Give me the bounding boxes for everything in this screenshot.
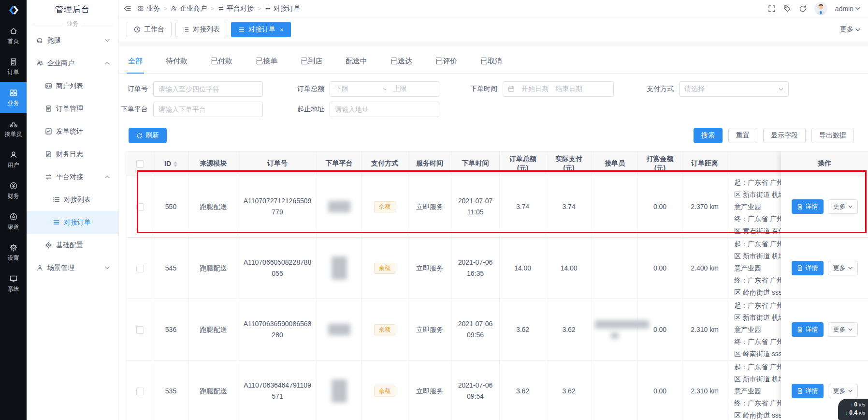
status-tab-paid[interactable]: 已付款 [209,57,234,73]
search-button[interactable]: 搜索 [694,128,723,143]
tab-close-icon[interactable]: × [280,26,284,33]
user-menu[interactable]: admin [835,5,860,13]
blurred-platform [328,201,350,212]
rail-item-settings[interactable]: 设置 [0,237,27,268]
status-tab-accepted[interactable]: 已接单 [254,57,279,73]
breadcrumb-item-platform-connect[interactable]: 平台对接 [218,4,254,13]
reset-button[interactable]: 重置 [728,128,757,143]
row-more-button[interactable]: 更多 [828,384,858,398]
order-doc-icon [45,105,52,112]
status-tab-unpaid[interactable]: 待付款 [164,57,189,73]
sidebar-collapse-icon[interactable] [124,5,131,12]
theme-tag-icon[interactable] [783,5,791,13]
tab-workbench[interactable]: 工作台 [127,22,172,37]
sidebar-item-order-management[interactable]: 订单管理 [27,97,118,120]
detail-button[interactable]: 详情 [792,199,824,214]
header-total: 订单总额 (元) [500,151,546,176]
sidebar-section-divider: 业务 [27,18,118,29]
status-tab-cancelled[interactable]: 已取消 [479,57,504,73]
bars-icon [53,219,60,226]
select-all-checkbox[interactable] [136,160,144,168]
rail-item-users[interactable]: 用户 [0,144,27,175]
row-checkbox[interactable] [136,265,144,272]
sidebar-item-dispatch-stats[interactable]: 发单统计 [27,120,118,143]
header-order-no: 订单号 [238,151,317,176]
sidebar-item-enterprise-merchant[interactable]: 企业商户 [27,52,118,75]
fullscreen-icon[interactable] [768,5,776,13]
sort-icon[interactable] [174,161,177,167]
chevron-down-icon [848,205,853,208]
tab-connect-orders[interactable]: 对接订单 × [231,22,291,37]
status-tab-delivered[interactable]: 已送达 [389,57,414,73]
breadcrumb-item-connect-orders[interactable]: 对接订单 [265,4,301,13]
username: admin [835,5,854,13]
status-tab-reviewed[interactable]: 已评价 [434,57,459,73]
breadcrumb-item-enterprise-merchant[interactable]: 企业商户 [171,4,207,13]
detail-button[interactable]: 详情 [792,261,824,275]
order-time-range-picker[interactable]: 开始日期 结束日期 [503,81,614,97]
refresh-icon[interactable] [799,5,807,13]
row-checkbox[interactable] [136,326,144,334]
table-row: 545跑腿配送A11070660508228788055余额立即服务2021-0… [127,238,868,299]
row-more-button[interactable]: 更多 [828,261,858,275]
swap-arrows-icon [45,173,52,180]
rail-item-finance[interactable]: 财务 [0,175,27,206]
sidebar-item-connect-list[interactable]: 对接列表 [27,188,118,211]
sidebar-item-connect-orders[interactable]: 对接订单 [27,211,118,234]
chevron-down-icon [855,7,860,10]
tabbar-more-button[interactable]: 更多 [840,25,860,34]
sidebar-item-merchant-list[interactable]: 商户列表 [27,75,118,97]
order-total-range-input[interactable]: 下限 ~ 上限 [330,81,439,97]
pay-method-tag: 余额 [374,201,395,212]
app-logo[interactable] [0,0,27,20]
status-tab-all[interactable]: 全部 [127,57,144,73]
sidebar-item-scene-management[interactable]: 场景管理 [27,256,118,279]
detail-button[interactable]: 详情 [792,384,824,398]
sidebar-item-platform-connect[interactable]: 平台对接 [27,165,118,188]
layout-gap [119,42,868,46]
row-more-button[interactable]: 更多 [828,199,858,214]
rail-item-courier[interactable]: 接单员 [0,113,27,144]
chevron-down-icon [848,328,853,331]
table-header-row: ID 来源模块 订单号 下单平台 支付方式 服务时间 下单时间 订单总额 (元)… [127,151,868,176]
address-input[interactable] [330,102,439,117]
header-id[interactable]: ID [153,151,189,176]
network-speed-badge[interactable]: ↑0K/s ↓0.4K/s [838,399,868,420]
row-more-button[interactable]: 更多 [828,322,858,337]
detail-button[interactable]: 详情 [792,322,824,337]
rail-item-channel[interactable]: 渠道 [0,206,27,237]
secondary-sidebar: 管理后台 业务 跑腿 企业商户 商户列表 订单管理 发单统计 财务日志 [27,0,119,420]
pay-method-select[interactable]: 请选择 [679,81,789,97]
order-no-input[interactable] [153,81,263,97]
sidebar-item-errand[interactable]: 跑腿 [27,29,118,52]
chevron-down-icon [105,266,110,270]
rail-item-home[interactable]: 首页 [0,20,27,51]
row-checkbox[interactable] [136,203,144,211]
sidebar-item-finance-log[interactable]: 财务日志 [27,143,118,165]
status-tab-arrived[interactable]: 已到店 [299,57,324,73]
refresh-button[interactable]: 刷新 [129,128,167,143]
avatar[interactable] [814,2,827,15]
doc-icon [797,388,803,394]
rail-item-system[interactable]: 系统 [0,268,27,299]
export-button[interactable]: 导出数据 [811,128,854,143]
orders-table: ID 来源模块 订单号 下单平台 支付方式 服务时间 下单时间 订单总额 (元)… [127,151,868,420]
merchants-icon [36,60,43,67]
platform-input[interactable] [153,102,263,117]
appstore-grid-icon [138,5,144,12]
breadcrumb-item-business[interactable]: 业务 [138,4,160,13]
status-tab-delivering[interactable]: 配送中 [344,57,369,73]
monitor-icon [9,274,18,283]
sidebar-item-base-config[interactable]: 基础配置 [27,234,118,256]
download-speed: 0.4 [849,410,857,416]
breadcrumb-separator: > [258,5,261,12]
rail-item-business[interactable]: 业务 [0,82,27,113]
show-fields-button[interactable]: 显示字段 [763,128,806,143]
tab-connect-list[interactable]: 对接列表 [175,22,227,37]
filter-platform: 下单平台 [119,102,263,117]
row-checkbox[interactable] [136,388,144,395]
sidebar-item-label: 场景管理 [47,264,74,272]
rail-item-orders[interactable]: 订单 [0,51,27,82]
rail-item-label: 渠道 [8,223,19,231]
refresh-icon [136,133,143,139]
